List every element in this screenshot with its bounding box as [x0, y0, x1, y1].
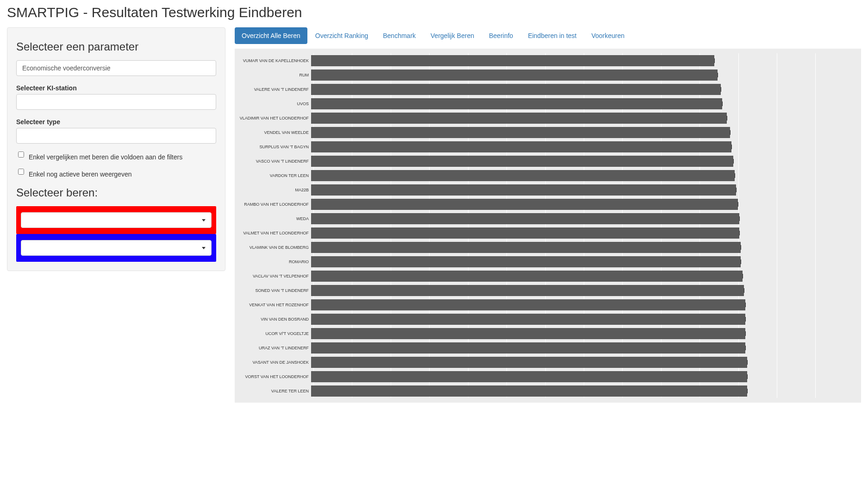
tab-benchmark[interactable]: Benchmark: [376, 27, 423, 44]
chart-bar-row: WEDA: [235, 211, 854, 226]
chevron-down-icon: [202, 247, 206, 249]
tab-voorkeuren[interactable]: Voorkeuren: [584, 27, 631, 44]
param-select[interactable]: [16, 60, 216, 76]
beer-select-1[interactable]: [21, 212, 212, 228]
chart-bar: [311, 299, 745, 310]
chart-bar-label: VENDEL VAN WEELDE: [235, 130, 311, 135]
ki-select[interactable]: [16, 94, 216, 110]
chart-bar-row: UCOR V/'T VOGELTJE: [235, 326, 854, 341]
tab-bar: Overzicht Alle BerenOverzicht RankingBen…: [235, 27, 861, 44]
chart-bar-label: VACLAV VAN 'T VELPENHOF: [235, 274, 311, 278]
tab-vergelijk-beren[interactable]: Vergelijk Beren: [424, 27, 481, 44]
chart-bar-label: MA22B: [235, 188, 311, 192]
tab-beerinfo[interactable]: Beerinfo: [482, 27, 520, 44]
chart-bar-row: VUMAR VAN DE KAPELLENHOEK: [235, 53, 854, 68]
filter-checkbox-2[interactable]: Enkel nog actieve beren weergeven: [16, 171, 131, 178]
chart-bar-label: VUMAR VAN DE KAPELLENHOEK: [235, 58, 311, 63]
chevron-down-icon: [202, 219, 206, 221]
type-label: Selecteer type: [16, 118, 216, 126]
filter-checkbox-1-input[interactable]: [18, 152, 24, 158]
chart-bar-label: VASCO VAN 'T LINDENERF: [235, 159, 311, 164]
beer-select-2[interactable]: [21, 240, 212, 256]
chart-bar: [311, 84, 721, 95]
chart-bar-label: SURPLUS VAN 'T BAGYN: [235, 145, 311, 149]
page-title: SMARTPIG - Resultaten Testwerking Eindbe…: [7, 5, 861, 20]
chart-bar-row: SONED VAN 'T LINDENERF: [235, 283, 854, 297]
chart-bar-label: UCOR V/'T VOGELTJE: [235, 331, 311, 336]
chart-bar: [311, 227, 739, 239]
chart-bar: [311, 342, 745, 354]
chart-bar-row: VLADIMIR VAN HET LOONDERHOF: [235, 111, 854, 125]
chart-bar-label: VLAMINK VAN DE BLOMBERG: [235, 245, 311, 250]
beren-heading: Selecteer beren:: [16, 186, 216, 199]
tab-overzicht-alle-beren[interactable]: Overzicht Alle Beren: [235, 27, 307, 44]
chart-bar: [311, 285, 744, 296]
filter-checkbox-2-input[interactable]: [18, 169, 24, 175]
chart-bar: [311, 69, 718, 81]
chart-bar-label: VALERE TER LEEN: [235, 389, 311, 393]
chart-bar-row: VALERE VAN 'T LINDENERF: [235, 82, 854, 96]
beer-select-2-wrap: [16, 234, 216, 262]
chart-bar: [311, 156, 733, 167]
chart-bar: [311, 328, 745, 339]
chart-bar: [311, 357, 747, 368]
chart-bar-row: UVOS: [235, 96, 854, 111]
chart-bar-label: SONED VAN 'T LINDENERF: [235, 288, 311, 293]
chart-bar: [311, 170, 735, 181]
chart-bar-label: WEDA: [235, 216, 311, 221]
filter-checkbox-1-label: Enkel vergelijken met beren die voldoen …: [29, 153, 182, 161]
chart-bar-row: VASCO VAN 'T LINDENERF: [235, 154, 854, 168]
chart-bar-label: VASANT VAN DE JANSHOEK: [235, 360, 311, 365]
chart-bar-label: VALERE VAN 'T LINDENERF: [235, 87, 311, 92]
chart-bar-row: RUM: [235, 68, 854, 82]
chart-bar-label: UVOS: [235, 101, 311, 106]
chart-bar-row: VENKAT VAN HET ROZENHOF: [235, 297, 854, 312]
param-heading: Selecteer een parameter: [16, 40, 216, 53]
tab-eindberen-in-test[interactable]: Eindberen in test: [521, 27, 583, 44]
chart-bar-label: ROMARIO: [235, 259, 311, 264]
chart-bar: [311, 271, 743, 282]
chart-bar: [311, 55, 714, 66]
chart-bar: [311, 199, 738, 210]
chart-bar-row: ROMARIO: [235, 254, 854, 269]
chart-bar-label: RUM: [235, 73, 311, 77]
chart-bar-label: VLADIMIR VAN HET LOONDERHOF: [235, 116, 311, 120]
beer-select-1-wrap: [16, 206, 216, 234]
chart-bar-label: VIN VAN DEN BOSRAND: [235, 317, 311, 322]
chart-bar: [311, 98, 722, 109]
chart-bar-label: RAMBO VAN HET LOONDERHOF: [235, 202, 311, 207]
type-select[interactable]: [16, 128, 216, 144]
chart-bar-label: VENKAT VAN HET ROZENHOF: [235, 303, 311, 307]
chart-bar-row: MA22B: [235, 183, 854, 197]
chart-bar-row: VARDON TER LEEN: [235, 168, 854, 183]
chart-bar-row: VORST VAN HET LOONDERHOF: [235, 369, 854, 384]
chart-bar-row: VALERE TER LEEN: [235, 384, 854, 398]
chart-bar: [311, 385, 747, 397]
chart-bar-label: VORST VAN HET LOONDERHOF: [235, 374, 311, 379]
chart-bar-row: SURPLUS VAN 'T BAGYN: [235, 139, 854, 154]
filter-checkbox-1[interactable]: Enkel vergelijken met beren die voldoen …: [16, 153, 182, 161]
tab-overzicht-ranking[interactable]: Overzicht Ranking: [308, 27, 375, 44]
chart-bar-row: URAZ VAN 'T LINDENERF: [235, 341, 854, 355]
chart-bar-row: VENDEL VAN WEELDE: [235, 125, 854, 139]
chart-bar: [311, 256, 741, 267]
chart-bar-label: URAZ VAN 'T LINDENERF: [235, 346, 311, 350]
chart-bar: [311, 141, 731, 152]
chart-bar-row: RAMBO VAN HET LOONDERHOF: [235, 197, 854, 211]
chart-bar-row: VALMET VAN HET LOONDERHOF: [235, 226, 854, 240]
chart-bar: [311, 127, 730, 138]
chart-bar: [311, 242, 741, 253]
chart-bar-row: VIN VAN DEN BOSRAND: [235, 312, 854, 326]
chart-bar-row: VACLAV VAN 'T VELPENHOF: [235, 269, 854, 283]
ki-label: Selecteer KI-station: [16, 84, 216, 92]
chart-bar: [311, 184, 736, 196]
sidebar-panel: Selecteer een parameter Selecteer KI-sta…: [7, 27, 225, 271]
chart-bar-row: VASANT VAN DE JANSHOEK: [235, 355, 854, 369]
filter-checkbox-2-label: Enkel nog actieve beren weergeven: [29, 171, 132, 178]
chart-bar-label: VALMET VAN HET LOONDERHOF: [235, 231, 311, 235]
chart-bar-label: VARDON TER LEEN: [235, 173, 311, 178]
chart-plot-area: VUMAR VAN DE KAPELLENHOEKRUMVALERE VAN '…: [235, 49, 861, 403]
chart-bar: [311, 113, 727, 124]
chart-bar-row: VLAMINK VAN DE BLOMBERG: [235, 240, 854, 254]
chart-bar: [311, 314, 745, 325]
